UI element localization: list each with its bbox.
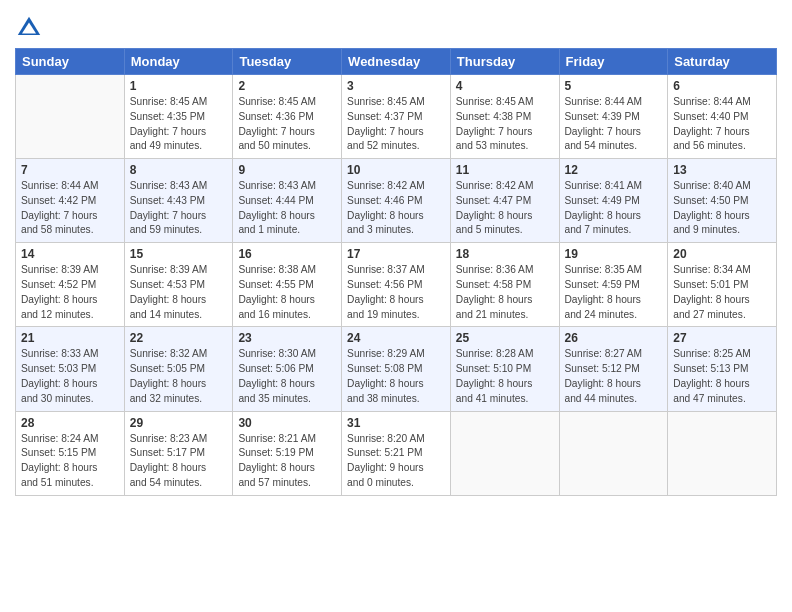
calendar-cell: 27Sunrise: 8:25 AMSunset: 5:13 PMDayligh…: [668, 327, 777, 411]
day-number: 30: [238, 416, 336, 430]
day-number: 20: [673, 247, 771, 261]
calendar-cell: 16Sunrise: 8:38 AMSunset: 4:55 PMDayligh…: [233, 243, 342, 327]
day-number: 9: [238, 163, 336, 177]
day-info: Sunrise: 8:32 AMSunset: 5:05 PMDaylight:…: [130, 347, 228, 406]
week-row-4: 21Sunrise: 8:33 AMSunset: 5:03 PMDayligh…: [16, 327, 777, 411]
day-number: 12: [565, 163, 663, 177]
day-info: Sunrise: 8:20 AMSunset: 5:21 PMDaylight:…: [347, 432, 445, 491]
day-info: Sunrise: 8:30 AMSunset: 5:06 PMDaylight:…: [238, 347, 336, 406]
calendar-cell: 23Sunrise: 8:30 AMSunset: 5:06 PMDayligh…: [233, 327, 342, 411]
day-number: 14: [21, 247, 119, 261]
day-header-tuesday: Tuesday: [233, 49, 342, 75]
calendar-cell: 25Sunrise: 8:28 AMSunset: 5:10 PMDayligh…: [450, 327, 559, 411]
day-number: 15: [130, 247, 228, 261]
day-info: Sunrise: 8:21 AMSunset: 5:19 PMDaylight:…: [238, 432, 336, 491]
day-number: 3: [347, 79, 445, 93]
calendar-cell: 9Sunrise: 8:43 AMSunset: 4:44 PMDaylight…: [233, 159, 342, 243]
calendar-cell: 7Sunrise: 8:44 AMSunset: 4:42 PMDaylight…: [16, 159, 125, 243]
calendar-cell: 19Sunrise: 8:35 AMSunset: 4:59 PMDayligh…: [559, 243, 668, 327]
calendar-cell: 2Sunrise: 8:45 AMSunset: 4:36 PMDaylight…: [233, 75, 342, 159]
day-number: 13: [673, 163, 771, 177]
day-info: Sunrise: 8:44 AMSunset: 4:39 PMDaylight:…: [565, 95, 663, 154]
day-info: Sunrise: 8:45 AMSunset: 4:38 PMDaylight:…: [456, 95, 554, 154]
day-info: Sunrise: 8:33 AMSunset: 5:03 PMDaylight:…: [21, 347, 119, 406]
calendar-cell: 18Sunrise: 8:36 AMSunset: 4:58 PMDayligh…: [450, 243, 559, 327]
calendar-cell: 20Sunrise: 8:34 AMSunset: 5:01 PMDayligh…: [668, 243, 777, 327]
day-number: 22: [130, 331, 228, 345]
day-number: 1: [130, 79, 228, 93]
day-header-sunday: Sunday: [16, 49, 125, 75]
day-number: 26: [565, 331, 663, 345]
calendar-cell: 8Sunrise: 8:43 AMSunset: 4:43 PMDaylight…: [124, 159, 233, 243]
day-number: 23: [238, 331, 336, 345]
day-number: 28: [21, 416, 119, 430]
calendar-cell: 3Sunrise: 8:45 AMSunset: 4:37 PMDaylight…: [342, 75, 451, 159]
day-number: 29: [130, 416, 228, 430]
day-info: Sunrise: 8:38 AMSunset: 4:55 PMDaylight:…: [238, 263, 336, 322]
day-header-wednesday: Wednesday: [342, 49, 451, 75]
day-info: Sunrise: 8:24 AMSunset: 5:15 PMDaylight:…: [21, 432, 119, 491]
calendar-cell: 15Sunrise: 8:39 AMSunset: 4:53 PMDayligh…: [124, 243, 233, 327]
day-number: 19: [565, 247, 663, 261]
calendar-cell: 26Sunrise: 8:27 AMSunset: 5:12 PMDayligh…: [559, 327, 668, 411]
calendar-cell: 4Sunrise: 8:45 AMSunset: 4:38 PMDaylight…: [450, 75, 559, 159]
day-info: Sunrise: 8:23 AMSunset: 5:17 PMDaylight:…: [130, 432, 228, 491]
calendar-table: SundayMondayTuesdayWednesdayThursdayFrid…: [15, 48, 777, 496]
page: SundayMondayTuesdayWednesdayThursdayFrid…: [0, 0, 792, 612]
day-info: Sunrise: 8:37 AMSunset: 4:56 PMDaylight:…: [347, 263, 445, 322]
day-info: Sunrise: 8:39 AMSunset: 4:53 PMDaylight:…: [130, 263, 228, 322]
day-number: 18: [456, 247, 554, 261]
day-info: Sunrise: 8:35 AMSunset: 4:59 PMDaylight:…: [565, 263, 663, 322]
calendar-cell: 5Sunrise: 8:44 AMSunset: 4:39 PMDaylight…: [559, 75, 668, 159]
day-header-thursday: Thursday: [450, 49, 559, 75]
day-number: 25: [456, 331, 554, 345]
calendar-cell: 28Sunrise: 8:24 AMSunset: 5:15 PMDayligh…: [16, 411, 125, 495]
calendar-cell: 1Sunrise: 8:45 AMSunset: 4:35 PMDaylight…: [124, 75, 233, 159]
day-number: 11: [456, 163, 554, 177]
day-number: 31: [347, 416, 445, 430]
day-info: Sunrise: 8:27 AMSunset: 5:12 PMDaylight:…: [565, 347, 663, 406]
day-number: 24: [347, 331, 445, 345]
day-info: Sunrise: 8:44 AMSunset: 4:42 PMDaylight:…: [21, 179, 119, 238]
calendar-cell: 11Sunrise: 8:42 AMSunset: 4:47 PMDayligh…: [450, 159, 559, 243]
week-row-1: 1Sunrise: 8:45 AMSunset: 4:35 PMDaylight…: [16, 75, 777, 159]
calendar-cell: 6Sunrise: 8:44 AMSunset: 4:40 PMDaylight…: [668, 75, 777, 159]
day-info: Sunrise: 8:45 AMSunset: 4:35 PMDaylight:…: [130, 95, 228, 154]
week-row-5: 28Sunrise: 8:24 AMSunset: 5:15 PMDayligh…: [16, 411, 777, 495]
calendar-cell: 29Sunrise: 8:23 AMSunset: 5:17 PMDayligh…: [124, 411, 233, 495]
calendar-cell: 22Sunrise: 8:32 AMSunset: 5:05 PMDayligh…: [124, 327, 233, 411]
day-info: Sunrise: 8:43 AMSunset: 4:43 PMDaylight:…: [130, 179, 228, 238]
day-info: Sunrise: 8:28 AMSunset: 5:10 PMDaylight:…: [456, 347, 554, 406]
calendar-cell: 30Sunrise: 8:21 AMSunset: 5:19 PMDayligh…: [233, 411, 342, 495]
day-number: 8: [130, 163, 228, 177]
day-header-monday: Monday: [124, 49, 233, 75]
week-row-3: 14Sunrise: 8:39 AMSunset: 4:52 PMDayligh…: [16, 243, 777, 327]
day-number: 27: [673, 331, 771, 345]
calendar-cell: 14Sunrise: 8:39 AMSunset: 4:52 PMDayligh…: [16, 243, 125, 327]
day-header-saturday: Saturday: [668, 49, 777, 75]
day-info: Sunrise: 8:45 AMSunset: 4:36 PMDaylight:…: [238, 95, 336, 154]
logo: [15, 14, 47, 42]
day-info: Sunrise: 8:45 AMSunset: 4:37 PMDaylight:…: [347, 95, 445, 154]
day-number: 4: [456, 79, 554, 93]
day-number: 6: [673, 79, 771, 93]
calendar-cell: [16, 75, 125, 159]
days-header-row: SundayMondayTuesdayWednesdayThursdayFrid…: [16, 49, 777, 75]
calendar-cell: 31Sunrise: 8:20 AMSunset: 5:21 PMDayligh…: [342, 411, 451, 495]
calendar-cell: 17Sunrise: 8:37 AMSunset: 4:56 PMDayligh…: [342, 243, 451, 327]
day-info: Sunrise: 8:41 AMSunset: 4:49 PMDaylight:…: [565, 179, 663, 238]
day-number: 21: [21, 331, 119, 345]
calendar-cell: [559, 411, 668, 495]
header-area: [15, 10, 777, 42]
day-info: Sunrise: 8:42 AMSunset: 4:46 PMDaylight:…: [347, 179, 445, 238]
day-info: Sunrise: 8:42 AMSunset: 4:47 PMDaylight:…: [456, 179, 554, 238]
calendar-cell: 10Sunrise: 8:42 AMSunset: 4:46 PMDayligh…: [342, 159, 451, 243]
calendar-cell: [668, 411, 777, 495]
day-info: Sunrise: 8:29 AMSunset: 5:08 PMDaylight:…: [347, 347, 445, 406]
day-number: 5: [565, 79, 663, 93]
day-info: Sunrise: 8:40 AMSunset: 4:50 PMDaylight:…: [673, 179, 771, 238]
day-info: Sunrise: 8:43 AMSunset: 4:44 PMDaylight:…: [238, 179, 336, 238]
day-info: Sunrise: 8:25 AMSunset: 5:13 PMDaylight:…: [673, 347, 771, 406]
day-number: 17: [347, 247, 445, 261]
calendar-cell: 13Sunrise: 8:40 AMSunset: 4:50 PMDayligh…: [668, 159, 777, 243]
